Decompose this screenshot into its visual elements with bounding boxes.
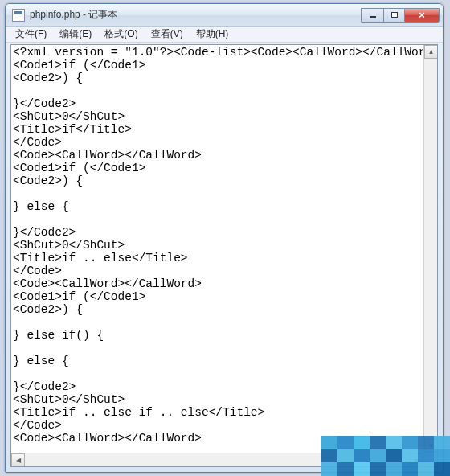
notepad-icon bbox=[12, 9, 25, 22]
editor-frame: <?xml version = "1.0"?><Code-list><Code>… bbox=[10, 44, 438, 467]
menu-view[interactable]: 查看(V) bbox=[145, 26, 190, 43]
notepad-window: phpinfo.php - 记事本 × 文件(F) 编辑(E) 格式(O) 查看… bbox=[5, 3, 444, 473]
text-editor[interactable]: <?xml version = "1.0"?><Code-list><Code>… bbox=[11, 45, 437, 466]
scroll-left-button[interactable]: ◀ bbox=[11, 453, 25, 467]
menubar: 文件(F) 编辑(E) 格式(O) 查看(V) 帮助(H) bbox=[6, 27, 443, 43]
close-button[interactable]: × bbox=[404, 8, 440, 23]
vertical-scrollbar[interactable]: ▲ ▼ bbox=[423, 45, 437, 453]
maximize-button[interactable] bbox=[383, 8, 404, 23]
scroll-up-button[interactable]: ▲ bbox=[424, 45, 438, 59]
menu-format[interactable]: 格式(O) bbox=[98, 26, 144, 43]
minimize-button[interactable] bbox=[361, 8, 383, 23]
window-title: phpinfo.php - 记事本 bbox=[30, 8, 361, 22]
menu-help[interactable]: 帮助(H) bbox=[190, 26, 235, 43]
menu-file[interactable]: 文件(F) bbox=[9, 26, 53, 43]
titlebar[interactable]: phpinfo.php - 记事本 × bbox=[6, 4, 443, 27]
pixelated-watermark bbox=[321, 436, 450, 476]
menu-edit[interactable]: 编辑(E) bbox=[53, 26, 98, 43]
window-controls: × bbox=[361, 8, 440, 23]
